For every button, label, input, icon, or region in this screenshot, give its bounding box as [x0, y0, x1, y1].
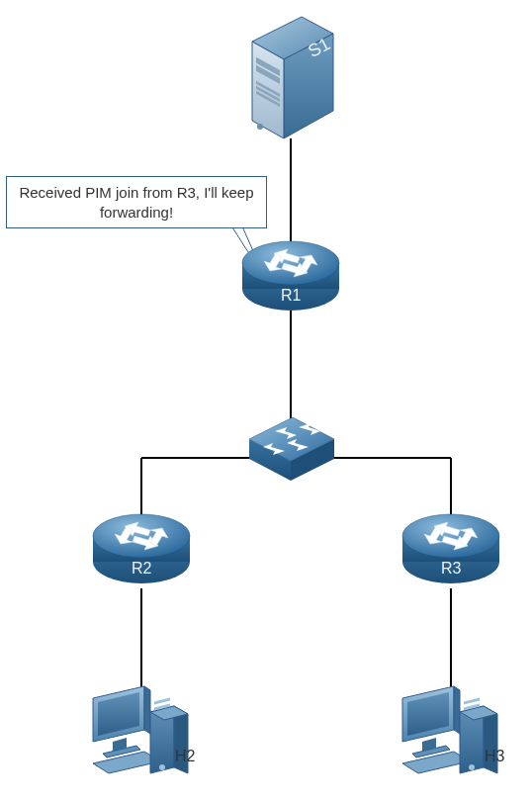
node-label-r3: R3	[441, 560, 461, 578]
svg-point-42	[402, 514, 499, 558]
node-switch	[247, 413, 336, 489]
node-label-h3: H3	[485, 748, 504, 765]
node-server-s1	[242, 12, 341, 146]
callout-box: Received PIM join from R3, I'll keep for…	[6, 176, 267, 228]
node-label-r1: R1	[281, 287, 301, 305]
node-host-h3	[399, 682, 507, 785]
node-label-r2: R2	[132, 560, 151, 578]
node-router-r1	[240, 237, 341, 318]
switch-icon	[247, 413, 336, 485]
host-icon	[399, 682, 507, 781]
callout-text-line1: Received PIM join from R3, I'll keep	[19, 184, 253, 201]
svg-rect-68	[464, 698, 480, 705]
host-icon	[89, 682, 198, 781]
svg-rect-56	[154, 698, 170, 705]
callout-text-line2: forwarding!	[100, 204, 173, 221]
svg-point-70	[469, 764, 475, 770]
node-label-h2: H2	[175, 748, 195, 765]
svg-marker-49	[144, 686, 150, 734]
server-icon	[242, 12, 341, 142]
node-router-r3	[400, 510, 501, 591]
node-router-r2	[91, 510, 192, 591]
svg-point-21	[242, 241, 339, 285]
svg-point-58	[159, 764, 165, 770]
svg-point-35	[93, 514, 190, 558]
svg-marker-61	[454, 686, 460, 734]
svg-point-18	[257, 124, 263, 130]
node-host-h2	[89, 682, 198, 785]
